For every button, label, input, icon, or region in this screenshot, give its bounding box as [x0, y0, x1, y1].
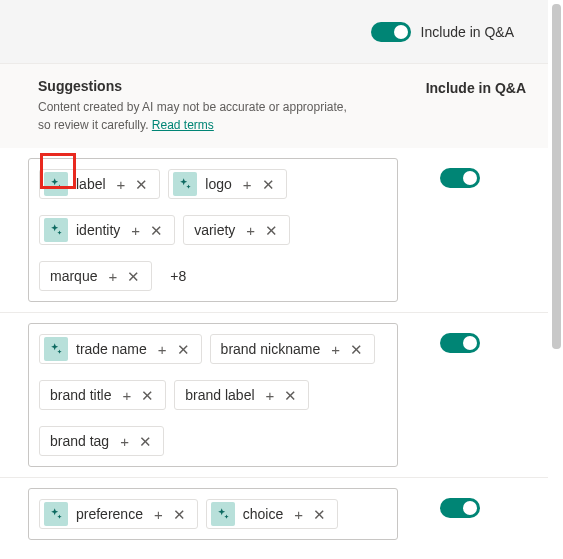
chip-add-icon[interactable]: + — [326, 342, 345, 357]
chip-label: variety — [194, 222, 235, 238]
include-toggle-row[interactable] — [440, 168, 480, 188]
suggestion-group: label+✕logo+✕identity+✕variety+✕marque+✕… — [0, 148, 548, 312]
chip-remove-icon[interactable]: ✕ — [168, 507, 191, 522]
ai-badge — [44, 502, 68, 526]
sparkle-icon — [49, 507, 63, 521]
sparkle-icon — [49, 177, 63, 191]
chip-remove-icon[interactable]: ✕ — [130, 177, 153, 192]
chip-add-icon[interactable]: + — [241, 223, 260, 238]
sparkle-icon — [49, 223, 63, 237]
include-toggle-row[interactable] — [440, 333, 480, 353]
suggestion-chip[interactable]: identity+✕ — [39, 215, 175, 245]
include-toggle-top-wrap: Include in Q&A — [371, 22, 514, 42]
read-terms-link[interactable]: Read terms — [152, 118, 214, 132]
chip-add-icon[interactable]: + — [103, 269, 122, 284]
chip-label: label — [76, 176, 106, 192]
chip-label: preference — [76, 506, 143, 522]
suggestion-chip[interactable]: trade name+✕ — [39, 334, 202, 364]
sparkle-icon — [49, 342, 63, 356]
chip-label: trade name — [76, 341, 147, 357]
suggestion-chip[interactable]: brand title+✕ — [39, 380, 166, 410]
row-toggle-col — [440, 158, 480, 188]
chip-label: brand title — [50, 387, 111, 403]
chip-label: choice — [243, 506, 283, 522]
chip-remove-icon[interactable]: ✕ — [122, 269, 145, 284]
suggestion-chip[interactable]: preference+✕ — [39, 499, 198, 529]
include-toggle-row[interactable] — [440, 498, 480, 518]
chip-add-icon[interactable]: + — [149, 507, 168, 522]
chip-remove-icon[interactable]: ✕ — [172, 342, 195, 357]
chip-box: preference+✕choice+✕ — [28, 488, 398, 540]
chip-remove-icon[interactable]: ✕ — [136, 388, 159, 403]
include-toggle-top-label: Include in Q&A — [421, 24, 514, 40]
chip-remove-icon[interactable]: ✕ — [260, 223, 283, 238]
row-toggle-col — [440, 323, 480, 353]
more-chip[interactable]: +8 — [160, 261, 196, 291]
chip-remove-icon[interactable]: ✕ — [279, 388, 302, 403]
suggestions-header: Suggestions Content created by AI may no… — [0, 64, 548, 148]
scrollbar[interactable] — [552, 4, 561, 349]
chip-add-icon[interactable]: + — [289, 507, 308, 522]
suggestion-chip[interactable]: marque+✕ — [39, 261, 152, 291]
suggestion-chip[interactable]: label+✕ — [39, 169, 160, 199]
chip-label: brand label — [185, 387, 254, 403]
sparkle-icon — [178, 177, 192, 191]
suggestions-title: Suggestions — [38, 78, 406, 94]
ai-badge — [173, 172, 197, 196]
include-toggle-top[interactable] — [371, 22, 411, 42]
top-bar: Include in Q&A — [0, 0, 548, 64]
chip-remove-icon[interactable]: ✕ — [134, 434, 157, 449]
row-toggle-col — [440, 488, 480, 518]
chip-remove-icon[interactable]: ✕ — [145, 223, 168, 238]
chip-label: identity — [76, 222, 120, 238]
ai-badge — [44, 337, 68, 361]
sparkle-icon — [216, 507, 230, 521]
suggestion-chip[interactable]: variety+✕ — [183, 215, 290, 245]
suggestion-chip[interactable]: logo+✕ — [168, 169, 286, 199]
chip-add-icon[interactable]: + — [117, 388, 136, 403]
suggestion-chip[interactable]: brand nickname+✕ — [210, 334, 375, 364]
include-column-header: Include in Q&A — [426, 78, 526, 96]
chip-add-icon[interactable]: + — [115, 434, 134, 449]
chip-remove-icon[interactable]: ✕ — [257, 177, 280, 192]
chip-add-icon[interactable]: + — [261, 388, 280, 403]
suggestion-group: trade name+✕brand nickname+✕brand title+… — [0, 312, 548, 477]
suggestion-group: preference+✕choice+✕ — [0, 477, 548, 550]
chip-add-icon[interactable]: + — [153, 342, 172, 357]
chip-label: logo — [205, 176, 231, 192]
suggestions-desc: Content created by AI may not be accurat… — [38, 98, 358, 134]
chip-box: label+✕logo+✕identity+✕variety+✕marque+✕… — [28, 158, 398, 302]
chip-add-icon[interactable]: + — [112, 177, 131, 192]
chip-remove-icon[interactable]: ✕ — [308, 507, 331, 522]
chip-remove-icon[interactable]: ✕ — [345, 342, 368, 357]
suggestion-chip[interactable]: brand tag+✕ — [39, 426, 164, 456]
chip-label: marque — [50, 268, 97, 284]
ai-badge — [211, 502, 235, 526]
ai-badge — [44, 172, 68, 196]
chip-add-icon[interactable]: + — [126, 223, 145, 238]
suggestion-chip[interactable]: brand label+✕ — [174, 380, 309, 410]
suggestion-chip[interactable]: choice+✕ — [206, 499, 338, 529]
chip-label: brand tag — [50, 433, 109, 449]
chip-box: trade name+✕brand nickname+✕brand title+… — [28, 323, 398, 467]
ai-badge — [44, 218, 68, 242]
chip-add-icon[interactable]: + — [238, 177, 257, 192]
chip-label: brand nickname — [221, 341, 321, 357]
